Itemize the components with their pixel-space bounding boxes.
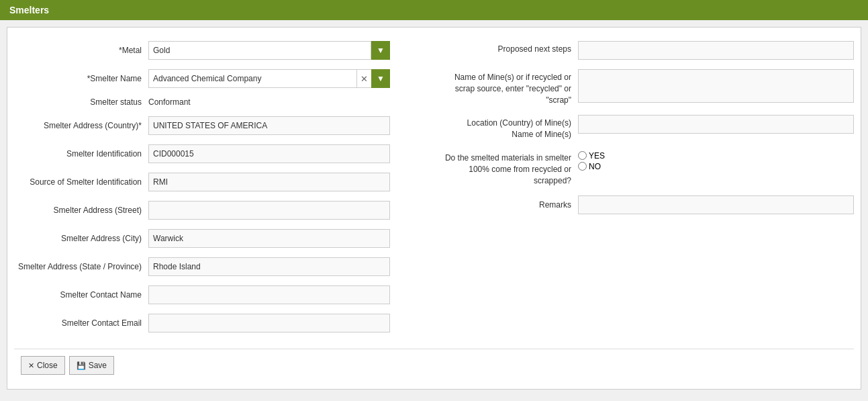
header-title: Smelters	[9, 5, 49, 15]
smelter-country-row: Smelter Address (Country)*	[14, 116, 390, 135]
right-column: Proposed next steps Name of Mine(s) or i…	[403, 41, 854, 342]
metal-row: *Metal Gold ▼	[14, 41, 390, 60]
smelter-city-row: Smelter Address (City)	[14, 229, 390, 248]
source-id-row: Source of Smelter Identification	[14, 173, 390, 191]
smelter-street-label: Smelter Address (Street)	[14, 206, 148, 215]
save-icon: 💾	[77, 361, 86, 370]
main-container: *Metal Gold ▼ *Smelter Name ✕ ▼	[7, 27, 861, 390]
mine-name-input[interactable]	[578, 69, 854, 103]
close-label: Close	[37, 361, 58, 370]
recycled-label: Do the smelted materials in smelter 100%…	[403, 150, 578, 186]
radio-yes-input[interactable]	[578, 151, 587, 160]
radio-no-text: NO	[589, 162, 601, 171]
left-column: *Metal Gold ▼ *Smelter Name ✕ ▼	[14, 41, 390, 342]
smelter-street-input[interactable]	[148, 201, 390, 220]
remarks-input[interactable]	[578, 195, 854, 214]
metal-label: *Metal	[14, 46, 148, 55]
radio-no-label[interactable]: NO	[578, 162, 605, 171]
smelter-contact-name-row: Smelter Contact Name	[14, 285, 390, 304]
proposed-next-steps-input[interactable]	[578, 41, 854, 60]
smelter-status-label: Smelter status	[14, 97, 148, 107]
source-id-label: Source of Smelter Identification	[14, 177, 148, 187]
smelter-city-label: Smelter Address (City)	[14, 234, 148, 243]
smelter-street-row: Smelter Address (Street)	[14, 201, 390, 220]
save-label: Save	[89, 361, 107, 370]
remarks-label: Remarks	[403, 200, 578, 210]
recycled-row: Do the smelted materials in smelter 100%…	[403, 150, 854, 186]
mine-name-row: Name of Mine(s) or if recycled or scrap …	[403, 69, 854, 105]
source-id-input[interactable]	[148, 173, 390, 191]
smelter-name-row: *Smelter Name ✕ ▼	[14, 69, 390, 88]
smelter-contact-email-row: Smelter Contact Email	[14, 314, 390, 332]
smelter-status-value: Conformant	[148, 97, 191, 107]
smelter-city-input[interactable]	[148, 229, 390, 248]
radio-no-input[interactable]	[578, 162, 587, 171]
header-bar: Smelters	[0, 0, 868, 20]
smelter-contact-email-label: Smelter Contact Email	[14, 318, 148, 328]
proposed-next-steps-row: Proposed next steps	[403, 41, 854, 60]
smelter-contact-name-input[interactable]	[148, 285, 390, 304]
smelter-contact-name-label: Smelter Contact Name	[14, 290, 148, 300]
remarks-row: Remarks	[403, 195, 854, 214]
footer-bar: ✕ Close 💾 Save	[14, 349, 854, 375]
smelter-status-row: Smelter status Conformant	[14, 97, 390, 107]
smelter-name-input[interactable]	[148, 69, 356, 88]
metal-select[interactable]: Gold	[148, 41, 371, 60]
radio-yes-text: YES	[589, 151, 605, 161]
save-button[interactable]: 💾 Save	[69, 356, 114, 375]
mine-location-input[interactable]	[578, 115, 854, 134]
mine-location-row: Location (Country) of Mine(s) Name of Mi…	[403, 115, 854, 140]
proposed-next-steps-label: Proposed next steps	[403, 41, 578, 55]
smelter-name-dropdown-button[interactable]: ▼	[371, 69, 390, 88]
smelter-id-input[interactable]	[148, 144, 390, 163]
smelter-name-clear-button[interactable]: ✕	[356, 69, 371, 88]
mine-location-label: Location (Country) of Mine(s) Name of Mi…	[403, 115, 578, 140]
close-icon: ✕	[28, 361, 34, 370]
smelter-state-label: Smelter Address (State / Province)	[14, 262, 148, 271]
smelter-state-input[interactable]	[148, 257, 390, 276]
mine-name-label: Name of Mine(s) or if recycled or scrap …	[403, 69, 578, 105]
metal-dropdown-icon[interactable]: ▼	[371, 41, 390, 60]
smelter-state-row: Smelter Address (State / Province)	[14, 257, 390, 276]
smelter-id-row: Smelter Identification	[14, 144, 390, 163]
smelter-country-label: Smelter Address (Country)*	[14, 121, 148, 130]
radio-yes-label[interactable]: YES	[578, 151, 605, 161]
recycled-radio-group: YES NO	[578, 150, 605, 171]
smelter-id-label: Smelter Identification	[14, 149, 148, 159]
smelter-country-input[interactable]	[148, 116, 390, 135]
close-button[interactable]: ✕ Close	[21, 356, 65, 375]
metal-select-wrapper: Gold ▼	[148, 41, 390, 60]
smelter-contact-email-input[interactable]	[148, 314, 390, 332]
smelter-name-wrapper: ✕ ▼	[148, 69, 390, 88]
smelter-name-label: *Smelter Name	[14, 74, 148, 83]
